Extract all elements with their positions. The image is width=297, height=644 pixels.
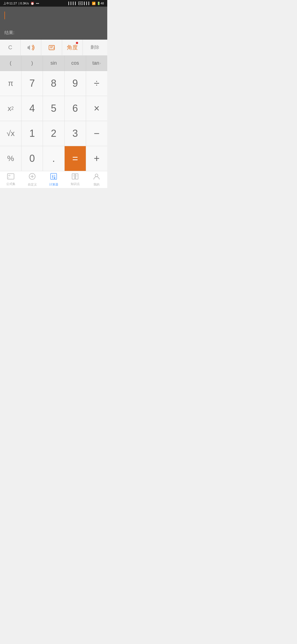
pi-button[interactable]: π (0, 71, 21, 96)
mine-icon (93, 173, 100, 182)
nav-custom-label: 自定义 (28, 182, 37, 187)
display-area: 结果: (0, 7, 107, 40)
signal-icon: ▎▎▎▎ (68, 2, 77, 5)
svg-rect-16 (54, 178, 55, 179)
key-9[interactable]: 9 (65, 71, 86, 96)
wifi-icon: 📶 (92, 2, 96, 5)
percent-button[interactable]: % (0, 146, 21, 171)
key-1[interactable]: 1 (21, 121, 43, 146)
key-6[interactable]: 6 (65, 96, 86, 121)
sqrt-button[interactable]: √x (0, 121, 21, 146)
custom-icon (29, 173, 36, 182)
signal2-icon: ▎▎▎ (84, 2, 91, 5)
key-8[interactable]: 8 (43, 71, 64, 96)
sin-button[interactable]: sin (43, 56, 64, 71)
status-right: ▎▎▎▎ HD ▎▎▎ 📶 🔋48 (68, 2, 104, 5)
nav-formulas-label: 公式集 (6, 182, 15, 186)
key-0[interactable]: 0 (21, 146, 43, 171)
key-7[interactable]: 7 (21, 71, 43, 96)
divide-button[interactable]: ÷ (86, 71, 107, 96)
svg-rect-17 (72, 174, 75, 179)
cos-button[interactable]: cos (65, 56, 86, 71)
minus-button[interactable]: − (86, 121, 107, 146)
input-cursor (4, 12, 5, 19)
nav-custom[interactable]: 自定义 (21, 171, 43, 188)
nav-knowledge-label: 知识点 (71, 182, 80, 186)
key-row-1: π 7 8 9 ÷ (0, 71, 107, 96)
status-alarm-icon: ⏰ (31, 2, 34, 5)
nav-calculator[interactable]: 计算器 (43, 171, 64, 188)
svg-point-23 (95, 174, 98, 177)
dot-button[interactable]: . (43, 146, 64, 171)
paren-open-button[interactable]: ( (0, 56, 21, 71)
keypad: π 7 8 9 ÷ x2 4 5 6 × √x 1 2 3 − % 0 . = … (0, 71, 107, 171)
key-3[interactable]: 3 (65, 121, 86, 146)
status-network: | 0.3K/s (19, 2, 29, 5)
history-button[interactable] (41, 40, 62, 55)
delete-button[interactable]: 删除 (83, 40, 107, 55)
svg-text:ab: ab (8, 174, 10, 176)
nav-mine[interactable]: 我的 (86, 171, 107, 188)
paren-close-button[interactable]: ) (21, 56, 43, 71)
nav-calculator-label: 计算器 (49, 182, 58, 187)
nav-knowledge[interactable]: 知识点 (64, 171, 86, 188)
key-row-4: % 0 . = + (0, 146, 107, 171)
calculator-icon (50, 173, 57, 182)
display-input (4, 10, 103, 20)
hd-icon: HD (78, 2, 83, 5)
tan-button[interactable]: tan › (86, 56, 107, 71)
battery-icon: 🔋48 (97, 2, 104, 5)
xsquare-button[interactable]: x2 (0, 96, 21, 121)
equals-button[interactable]: = (65, 146, 86, 171)
svg-rect-9 (51, 173, 57, 179)
key-2[interactable]: 2 (43, 121, 64, 146)
svg-text:c: c (8, 177, 9, 179)
control-row: C 角度 删除 (0, 40, 107, 56)
angle-button[interactable]: 角度 (62, 40, 83, 55)
nav-formulas[interactable]: ab c 公式集 (0, 171, 21, 188)
bottom-nav: ab c 公式集 自定义 (0, 171, 107, 188)
clear-button[interactable]: C (0, 40, 21, 55)
plus-button[interactable]: + (86, 146, 107, 171)
svg-rect-0 (49, 45, 54, 50)
nav-mine-label: 我的 (94, 182, 100, 187)
display-result: 结果: (4, 30, 103, 36)
svg-rect-18 (75, 174, 78, 179)
status-dots: ••• (36, 2, 39, 5)
key-row-2: x2 4 5 6 × (0, 96, 107, 121)
angle-dot-badge (76, 42, 78, 44)
key-row-3: √x 1 2 3 − (0, 121, 107, 146)
func-row: ( ) sin cos tan › (0, 56, 107, 71)
key-5[interactable]: 5 (43, 96, 64, 121)
formulas-icon: ab c (7, 173, 14, 181)
knowledge-icon (72, 173, 79, 181)
key-4[interactable]: 4 (21, 96, 43, 121)
sound-button[interactable] (21, 40, 41, 55)
status-time: 上午11:27 (3, 1, 17, 6)
status-left: 上午11:27 | 0.3K/s ⏰ ••• (3, 1, 39, 6)
status-bar: 上午11:27 | 0.3K/s ⏰ ••• ▎▎▎▎ HD ▎▎▎ 📶 🔋48 (0, 0, 107, 7)
multiply-button[interactable]: × (86, 96, 107, 121)
